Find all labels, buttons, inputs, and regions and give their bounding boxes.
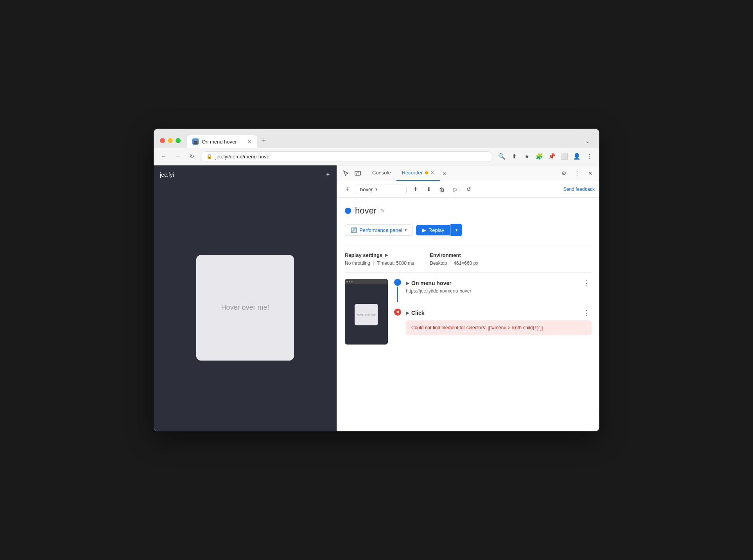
error-message: Could not find element for selectors: [[…	[411, 325, 543, 330]
back-button[interactable]: ←	[158, 151, 169, 162]
export-icon[interactable]: ⬆	[410, 183, 421, 195]
more-options-icon[interactable]: ⋮	[571, 167, 583, 179]
replay-settings-value: No throttling Timeout: 5000 ms	[345, 260, 414, 266]
tab-title: On menu hover	[202, 139, 237, 145]
tab-recorder[interactable]: Recorder ✕	[396, 165, 440, 181]
tab-console[interactable]: Console	[367, 165, 396, 181]
new-tab-button[interactable]: +	[257, 133, 271, 148]
theme-toggle-button[interactable]: ✦	[325, 171, 330, 178]
active-tab[interactable]: 🎬 On menu hover ✕	[187, 135, 257, 148]
step-1-menu-icon[interactable]: ⋮	[581, 279, 592, 287]
replay-btn-label: Replay	[428, 227, 444, 233]
website-panel: jec.fyi ✦ Hover over me!	[154, 165, 337, 431]
address-text: jec.fyi/demo/menu-hover	[215, 154, 271, 160]
replay-dropdown-button[interactable]: ▾	[450, 224, 462, 236]
error-box: Could not find element for selectors: [[…	[406, 320, 592, 335]
thumb-dot-2	[349, 281, 350, 282]
replay-button[interactable]: ▶ Replay	[416, 225, 450, 235]
replay-play-icon: ▶	[422, 227, 426, 233]
thumb-content: Hover over me!	[345, 284, 388, 345]
env-divider	[450, 260, 450, 266]
steps-section: Hover over me!	[345, 279, 592, 345]
recording-status-dot	[345, 208, 351, 214]
search-icon[interactable]: 🔍	[496, 151, 507, 162]
recorder-toolbar: + hover ▾ ⬆ ⬇ 🗑 ▷ ↺ Send feedback	[337, 181, 599, 198]
edit-name-icon[interactable]: ✎	[380, 208, 385, 214]
step-2-header: ▶ Click ⋮	[406, 309, 592, 317]
tab-bar: 🎬 On menu hover ✕ + ⌄	[187, 133, 593, 148]
play-step-icon[interactable]: ▷	[450, 183, 461, 195]
close-traffic-light[interactable]	[160, 138, 165, 143]
tab-chevron-icon[interactable]: ⌄	[582, 134, 593, 148]
recording-name-label: hover	[355, 206, 376, 216]
nav-actions: 🔍 ⬆ ★ 🧩 📌 ⬜ 👤 ⋮	[496, 151, 595, 162]
element-picker-icon[interactable]	[340, 167, 352, 179]
responsive-mode-icon[interactable]	[352, 167, 364, 179]
replay-settings-label[interactable]: Replay settings ▶	[345, 252, 414, 258]
step-2-connector: ✕	[394, 309, 401, 316]
add-recording-button[interactable]: +	[342, 184, 353, 195]
delete-recording-icon[interactable]: 🗑	[436, 183, 448, 195]
devtools-tabs: Console Recorder ✕ »	[367, 165, 450, 181]
steps-thumbnail: Hover over me!	[345, 279, 388, 345]
hover-card[interactable]: Hover over me!	[196, 255, 294, 361]
step-2-menu-icon[interactable]: ⋮	[581, 309, 592, 317]
menu-icon[interactable]: ⋮	[584, 151, 595, 162]
pin-icon[interactable]: 📌	[546, 151, 557, 162]
step-1-title[interactable]: ▶ On menu hover	[406, 280, 452, 286]
website-domain: jec.fyi	[160, 172, 174, 178]
more-tabs-button[interactable]: »	[440, 170, 450, 177]
step-2-title[interactable]: ▶ Click	[406, 310, 424, 316]
bookmark-icon[interactable]: ★	[521, 151, 532, 162]
step-1-header: ▶ On menu hover ⋮	[406, 279, 592, 287]
refresh-button[interactable]: ↻	[186, 151, 197, 162]
lock-icon: 🔒	[206, 154, 212, 159]
title-bar: 🎬 On menu hover ✕ + ⌄	[154, 129, 599, 148]
step-1-connector	[394, 279, 401, 302]
content-area: jec.fyi ✦ Hover over me!	[154, 165, 599, 431]
extension-icon[interactable]: 🧩	[534, 151, 545, 162]
address-bar[interactable]: 🔒 jec.fyi/demo/menu-hover	[201, 151, 493, 162]
step-navigate: ▶ On menu hover ⋮ https://jec.fyi/demo/m…	[394, 279, 592, 302]
performance-panel-button[interactable]: 🔄 Performance panel ▾	[345, 224, 413, 236]
recorder-tab-close-icon[interactable]: ✕	[430, 170, 434, 176]
recording-select[interactable]: hover ▾	[356, 185, 407, 194]
thumb-card-text: Hover over me!	[357, 313, 376, 316]
tab-close-icon[interactable]: ✕	[247, 138, 252, 145]
throttling-value: No throttling	[345, 260, 370, 266]
svg-rect-0	[355, 171, 360, 175]
close-devtools-icon[interactable]: ✕	[584, 167, 596, 179]
minimize-traffic-light[interactable]	[168, 138, 173, 143]
step-over-icon[interactable]: ↺	[463, 183, 475, 195]
thumb-dot-1	[346, 281, 348, 282]
forward-button[interactable]: →	[172, 151, 183, 162]
svg-rect-1	[357, 173, 359, 175]
hover-card-text: Hover over me!	[221, 303, 269, 312]
layout-icon[interactable]: ⬜	[559, 151, 570, 162]
toolbar-actions: ⬆ ⬇ 🗑 ▷ ↺	[410, 183, 475, 195]
devtools-right-actions: ⚙ ⋮ ✕	[558, 167, 596, 179]
devtools-panel: Console Recorder ✕ » ⚙ ⋮ ✕ +	[337, 165, 599, 431]
step-1-label: On menu hover	[411, 280, 452, 286]
step-2-dot: ✕	[394, 309, 401, 316]
traffic-lights	[160, 138, 181, 143]
recorder-content: hover ✎ 🔄 Performance panel ▾ ▶ Replay	[337, 198, 599, 431]
environment-label: Environment	[430, 252, 478, 258]
step-1-content: ▶ On menu hover ⋮ https://jec.fyi/demo/m…	[406, 279, 592, 294]
recorder-activity-dot	[425, 171, 428, 174]
send-feedback-link[interactable]: Send feedback	[563, 187, 595, 192]
step-1-url: https://jec.fyi/demo/menu-hover	[406, 288, 592, 294]
profile-icon[interactable]: 👤	[571, 151, 582, 162]
import-icon[interactable]: ⬇	[423, 183, 435, 195]
share-icon[interactable]: ⬆	[509, 151, 520, 162]
performance-dropdown-arrow-icon: ▾	[405, 228, 407, 233]
environment-value: Desktop 461×660 px	[430, 260, 478, 266]
website-header: jec.fyi ✦	[154, 165, 337, 184]
maximize-traffic-light[interactable]	[176, 138, 181, 143]
settings-row: Replay settings ▶ No throttling Timeout:…	[345, 252, 592, 266]
tab-favicon: 🎬	[192, 138, 199, 145]
settings-icon[interactable]: ⚙	[558, 167, 570, 179]
step-2-label: Click	[411, 310, 424, 316]
select-chevron-icon: ▾	[375, 187, 378, 192]
thumb-dot-3	[351, 281, 353, 282]
